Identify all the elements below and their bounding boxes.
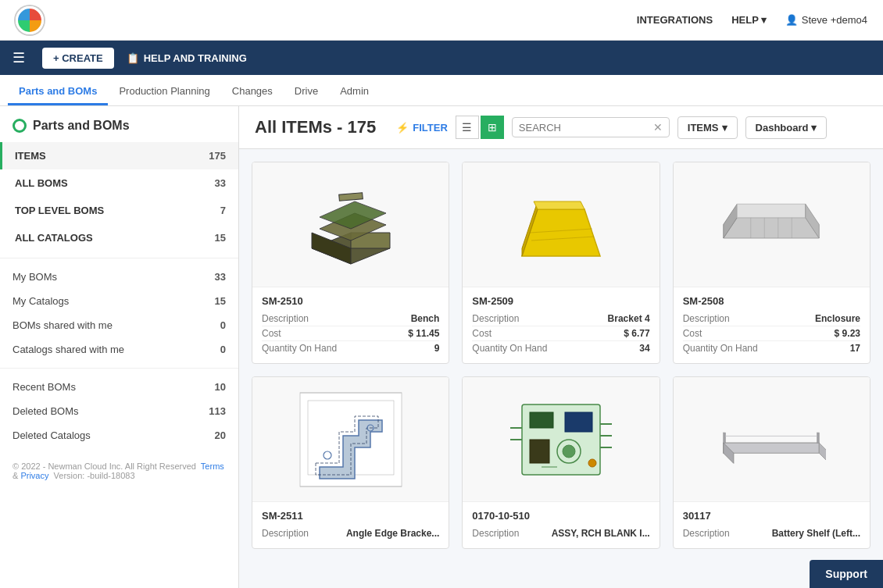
description-row: Description Battery Shelf (Left... xyxy=(683,526,860,540)
dashboard-chevron-icon: ▾ xyxy=(811,122,817,134)
create-button[interactable]: + CREATE xyxy=(42,48,114,69)
sidebar-item-recent-boms[interactable]: Recent BOMs10 xyxy=(0,375,238,399)
item-card[interactable]: SM-2508 Description Enclosure Cost $ 9.2… xyxy=(673,162,870,364)
help-button[interactable]: HELP ▾ xyxy=(731,14,767,26)
item-card[interactable]: SM-2510 Description Bench Cost $ 11.45 Q… xyxy=(252,162,449,364)
sidebar-sections: ITEMS175ALL BOMS33TOP LEVEL BOMS7ALL CAT… xyxy=(0,142,238,251)
sidebar-sub-label: Recent BOMs xyxy=(13,381,76,393)
sidebar-item-my-boms[interactable]: My BOMs33 xyxy=(0,265,238,289)
tab-parts-boms[interactable]: Parts and BOMs xyxy=(8,79,108,105)
sidebar-item-deleted-catalogs[interactable]: Deleted Catalogs20 xyxy=(0,423,238,447)
sidebar-label: ALL BOMS xyxy=(15,177,68,189)
user-menu[interactable]: 👤 Steve +demo4 xyxy=(785,14,867,26)
sidebar-badge: 15 xyxy=(215,232,226,244)
header-actions: ⚡ FILTER ☰ ⊞ ✕ ITEMS ▾ Dashboard ▾ xyxy=(396,116,827,139)
item-card[interactable]: 0170-10-510 Description ASSY, RCH BLANK … xyxy=(462,376,660,549)
sidebar-sub-badge: 113 xyxy=(209,405,226,417)
item-info: SM-2508 Description Enclosure Cost $ 9.2… xyxy=(674,287,870,363)
item-id: SM-2510 xyxy=(262,295,439,307)
list-view-button[interactable]: ☰ xyxy=(456,116,479,139)
tab-changes[interactable]: Changes xyxy=(221,79,284,105)
sidebar-sub-badge: 33 xyxy=(215,271,226,283)
chevron-down-icon: ▾ xyxy=(761,14,767,26)
sidebar-sub-badge: 20 xyxy=(215,429,226,441)
item-id: SM-2509 xyxy=(472,295,649,307)
tab-admin[interactable]: Admin xyxy=(329,79,380,105)
sidebar-sub-label: My BOMs xyxy=(13,271,57,283)
privacy-link[interactable]: Privacy xyxy=(20,471,48,480)
sidebar-sub-label: BOMs shared with me xyxy=(13,319,113,331)
sidebar-item-top-level-boms[interactable]: TOP LEVEL BOMS7 xyxy=(0,197,238,224)
svg-rect-28 xyxy=(530,412,553,428)
cost-row: Cost $ 6.77 xyxy=(472,326,649,341)
search-bar: ✕ xyxy=(512,117,670,137)
item-id: 0170-10-510 xyxy=(472,510,649,522)
item-card[interactable]: SM-2511 Description Angle Edge Bracke... xyxy=(252,376,449,549)
logo-icon[interactable] xyxy=(16,6,44,34)
sidebar-title: Parts and BOMs xyxy=(0,106,238,142)
svg-marker-40 xyxy=(724,443,820,453)
filter-button[interactable]: ⚡ FILTER xyxy=(396,122,448,134)
sidebar-sub-items: My BOMs33My Catalogs15BOMs shared with m… xyxy=(0,265,238,362)
sidebar-item-boms-shared[interactable]: BOMs shared with me0 xyxy=(0,313,238,337)
dashboard-dropdown[interactable]: Dashboard ▾ xyxy=(745,116,828,139)
description-row: Description ASSY, RCH BLANK I... xyxy=(472,526,649,540)
item-info: 0170-10-510 Description ASSY, RCH BLANK … xyxy=(463,502,659,548)
item-id: 30117 xyxy=(683,510,860,522)
items-grid: SM-2510 Description Bench Cost $ 11.45 Q… xyxy=(239,149,883,561)
filter-icon: ⚡ xyxy=(396,122,409,134)
integrations-link[interactable]: INTEGRATIONS xyxy=(637,14,713,26)
main-layout: Parts and BOMs ITEMS175ALL BOMS33TOP LEV… xyxy=(0,106,883,588)
sidebar-badge: 175 xyxy=(209,150,226,162)
sidebar-item-items[interactable]: ITEMS175 xyxy=(0,142,238,169)
item-card[interactable]: SM-2509 Description Bracket 4 Cost $ 6.7… xyxy=(462,162,660,364)
items-dropdown[interactable]: ITEMS ▾ xyxy=(677,116,738,139)
sidebar-item-my-catalogs[interactable]: My Catalogs15 xyxy=(0,289,238,313)
search-input[interactable] xyxy=(519,122,650,134)
top-bar-left xyxy=(16,6,44,34)
sidebar-divider-1 xyxy=(0,258,238,258)
item-image xyxy=(674,162,870,287)
book-icon: 📋 xyxy=(127,52,139,64)
description-row: Description Enclosure xyxy=(683,312,860,326)
item-info: SM-2510 Description Bench Cost $ 11.45 Q… xyxy=(252,287,449,363)
svg-marker-11 xyxy=(724,218,820,238)
sidebar-item-catalogs-shared[interactable]: Catalogs shared with me0 xyxy=(0,337,238,362)
qty-row: Quantity On Hand 34 xyxy=(472,341,649,355)
sidebar-label: ITEMS xyxy=(15,150,46,162)
svg-marker-8 xyxy=(534,201,584,209)
sidebar-item-all-catalogs[interactable]: ALL CATALOGS15 xyxy=(0,224,238,251)
sidebar: Parts and BOMs ITEMS175ALL BOMS33TOP LEV… xyxy=(0,106,239,588)
svg-marker-46 xyxy=(817,433,820,443)
item-image xyxy=(463,162,659,287)
nav-bar: ☰ + CREATE 📋 HELP AND TRAINING xyxy=(0,41,883,75)
item-card[interactable]: 30117 Description Battery Shelf (Left... xyxy=(673,376,870,549)
search-clear-icon[interactable]: ✕ xyxy=(653,121,663,134)
help-training-button[interactable]: 📋 HELP AND TRAINING xyxy=(127,52,247,64)
sidebar-sub-label: Catalogs shared with me xyxy=(13,344,124,355)
item-image xyxy=(252,377,449,502)
sidebar-sub-items2: Recent BOMs10Deleted BOMs113Deleted Cata… xyxy=(0,375,238,447)
description-row: Description Bracket 4 xyxy=(472,312,649,326)
sidebar-label: ALL CATALOGS xyxy=(15,232,93,244)
svg-marker-42 xyxy=(820,443,827,463)
content-area: All ITEMs - 175 ⚡ FILTER ☰ ⊞ ✕ ITEMS ▾ xyxy=(239,106,883,588)
sidebar-sub-label: Deleted BOMs xyxy=(13,405,79,417)
cost-row: Cost $ 9.23 xyxy=(683,326,860,341)
tab-production-planning[interactable]: Production Planning xyxy=(108,79,220,105)
view-toggle: ☰ ⊞ xyxy=(456,116,504,139)
grid-view-button[interactable]: ⊞ xyxy=(481,116,504,139)
description-row: Description Bench xyxy=(262,312,439,326)
sidebar-sub-badge: 15 xyxy=(215,295,226,307)
sidebar-label: TOP LEVEL BOMS xyxy=(15,205,104,216)
terms-link[interactable]: Terms xyxy=(201,461,224,471)
sidebar-item-all-boms[interactable]: ALL BOMS33 xyxy=(0,169,238,197)
sidebar-item-deleted-boms[interactable]: Deleted BOMs113 xyxy=(0,399,238,423)
support-button[interactable]: Support xyxy=(810,560,883,588)
tab-drive[interactable]: Drive xyxy=(284,79,329,105)
sidebar-sub-label: Deleted Catalogs xyxy=(13,429,91,441)
sidebar-badge: 33 xyxy=(215,177,226,189)
sidebar-footer: © 2022 - Newman Cloud Inc. All Right Res… xyxy=(0,455,238,486)
hamburger-icon[interactable]: ☰ xyxy=(8,46,30,69)
sidebar-active-indicator xyxy=(13,119,27,133)
